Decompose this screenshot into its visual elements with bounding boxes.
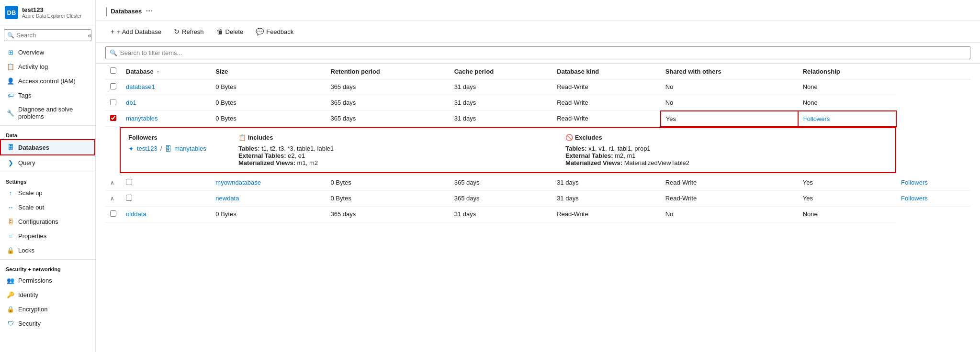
data-section-label: Data [0, 128, 95, 139]
followers-expanded-cell: Followers ✦ test123 / 🗄 manytables [105, 127, 896, 175]
cache-cell: 31 days [450, 206, 552, 222]
refresh-button[interactable]: ↻ Refresh [169, 25, 209, 38]
activity-log-icon: 📋 [7, 63, 14, 70]
sidebar-item-security[interactable]: 🛡 Security [0, 316, 95, 330]
database-link[interactable]: olddata [126, 210, 146, 218]
sidebar-item-identity[interactable]: 🔑 Identity [0, 287, 95, 302]
size-column-header[interactable]: Size [211, 64, 326, 79]
expand-cell[interactable]: ∧ [105, 175, 121, 191]
cache-cell: 31 days [450, 79, 552, 95]
search-bar-row: 🔍 [96, 43, 980, 64]
kind-cell: Read-Write [552, 95, 661, 111]
db-link[interactable]: manytables [174, 145, 206, 152]
sidebar-item-tags[interactable]: 🏷 Tags [0, 88, 95, 102]
followers-link[interactable]: Followers [901, 195, 928, 202]
add-database-button[interactable]: + + Add Database [105, 25, 167, 38]
sidebar-item-locks[interactable]: 🔒 Locks [0, 243, 95, 257]
size-cell: 0 Bytes [211, 95, 326, 111]
database-link[interactable]: database1 [126, 83, 155, 90]
sidebar-search-input[interactable] [16, 32, 88, 39]
relationship-column-header[interactable]: Relationship [798, 64, 896, 79]
database-link[interactable]: manytables [126, 115, 158, 122]
database-link[interactable]: db1 [126, 99, 136, 106]
sidebar-item-scale-out[interactable]: ↔ Scale out [0, 200, 95, 214]
sidebar-item-scale-up[interactable]: ↑ Scale up [0, 186, 95, 200]
select-all-checkbox[interactable] [110, 67, 116, 74]
excludes-tables: Tables: x1, v1, r1, tabl1, prop1 [565, 145, 888, 152]
retention-cell: 365 days [326, 111, 450, 127]
row-checkbox[interactable] [110, 115, 116, 121]
sidebar-item-encryption[interactable]: 🔒 Encryption [0, 302, 95, 316]
followers-expanded-content: Followers ✦ test123 / 🗄 manytables [120, 127, 896, 173]
sidebar-item-query[interactable]: ❯ Query [0, 155, 95, 170]
kind-column-header[interactable]: Database kind [552, 64, 661, 79]
kind-cell: Read-Write [552, 79, 661, 95]
followers-expanded-row: Followers ✦ test123 / 🗄 manytables [105, 127, 970, 175]
cache-cell: 31 days [552, 190, 661, 206]
sidebar-item-overview[interactable]: ⊞ Overview [0, 45, 95, 59]
size-cell: 0 Bytes [211, 206, 326, 222]
feedback-icon: 💬 [256, 28, 264, 35]
query-icon: ❯ [7, 159, 14, 166]
row-checkbox[interactable] [110, 83, 116, 89]
search-bar-icon: 🔍 [110, 49, 117, 56]
sidebar-item-activity-log[interactable]: 📋 Activity log [0, 59, 95, 74]
collapse-arrow[interactable]: ∧ [110, 195, 114, 202]
cache-column-header[interactable]: Cache period [450, 64, 552, 79]
row-checkbox[interactable] [110, 210, 116, 217]
kind-cell: Read-Write [552, 111, 661, 127]
delete-button[interactable]: 🗑 Delete [211, 25, 249, 38]
sidebar-cluster-subtitle: Azure Data Explorer Cluster [22, 13, 82, 19]
data-divider [0, 125, 95, 126]
row-checkbox[interactable] [126, 195, 132, 201]
follower-cluster-row: ✦ test123 / 🗄 manytables [128, 145, 234, 153]
scale-out-icon: ↔ [7, 203, 14, 211]
kind-cell: Read-Write [661, 175, 798, 191]
sidebar-item-access-control[interactable]: 👤 Access control (IAM) [0, 74, 95, 88]
search-input[interactable] [120, 49, 966, 56]
search-bar[interactable]: 🔍 [105, 46, 970, 59]
feedback-button[interactable]: 💬 Feedback [250, 25, 299, 38]
expand-cell[interactable]: ∧ [105, 190, 121, 206]
followers-link[interactable]: Followers [803, 115, 830, 122]
select-all-header[interactable] [105, 64, 121, 79]
sidebar-item-databases[interactable]: 🗄 Databases [0, 139, 95, 155]
sidebar-item-properties[interactable]: ≡ Properties [0, 229, 95, 243]
retention-cell: 365 days [450, 175, 552, 191]
row-checkbox-cell [121, 175, 211, 191]
sidebar-search-box[interactable]: 🔍 « [4, 29, 91, 41]
row-checkbox[interactable] [110, 99, 116, 105]
followers-link[interactable]: Followers [901, 179, 928, 186]
sidebar-item-configurations[interactable]: 🎛 Configurations [0, 214, 95, 229]
size-cell: 0 Bytes [326, 190, 450, 206]
settings-section-label: Settings [0, 174, 95, 186]
sidebar-cluster-name: test123 [22, 6, 82, 14]
db-icon: 🗄 [165, 145, 171, 153]
refresh-icon: ↻ [174, 28, 180, 35]
sidebar-item-permissions[interactable]: 👥 Permissions [0, 273, 95, 287]
scale-up-icon: ↑ [7, 189, 14, 197]
database-link[interactable]: myowndatabase [215, 179, 261, 186]
diagnose-icon: 🔧 [7, 109, 14, 117]
cluster-link[interactable]: test123 [137, 145, 158, 152]
includes-tables: Tables: t1, t2, t3, *3, table1, lable1 [238, 145, 561, 152]
database-link[interactable]: newdata [215, 195, 239, 202]
retention-column-header[interactable]: Retention period [326, 64, 450, 79]
page-title: Databases ··· [111, 6, 153, 16]
row-checkbox-cell [105, 95, 121, 111]
shared-column-header[interactable]: Shared with others [661, 64, 798, 79]
sidebar-item-diagnose[interactable]: 🔧 Diagnose and solve problems [0, 102, 95, 123]
collapse-arrow[interactable]: ∧ [110, 179, 114, 186]
row-checkbox-cell [105, 111, 121, 127]
relationship-cell: None [798, 79, 896, 95]
collapse-button[interactable]: « [88, 32, 91, 39]
page-options-button[interactable]: ··· [146, 6, 153, 16]
database-cell: database1 [121, 79, 211, 95]
relationship-cell: None [798, 206, 896, 222]
add-icon: + [111, 28, 114, 35]
row-checkbox[interactable] [126, 179, 132, 185]
table-row: db1 0 Bytes 365 days 31 days Read-Write … [105, 95, 970, 111]
database-column-header[interactable]: Database ↑ [121, 64, 211, 79]
retention-cell: 365 days [326, 79, 450, 95]
overview-icon: ⊞ [7, 48, 14, 56]
